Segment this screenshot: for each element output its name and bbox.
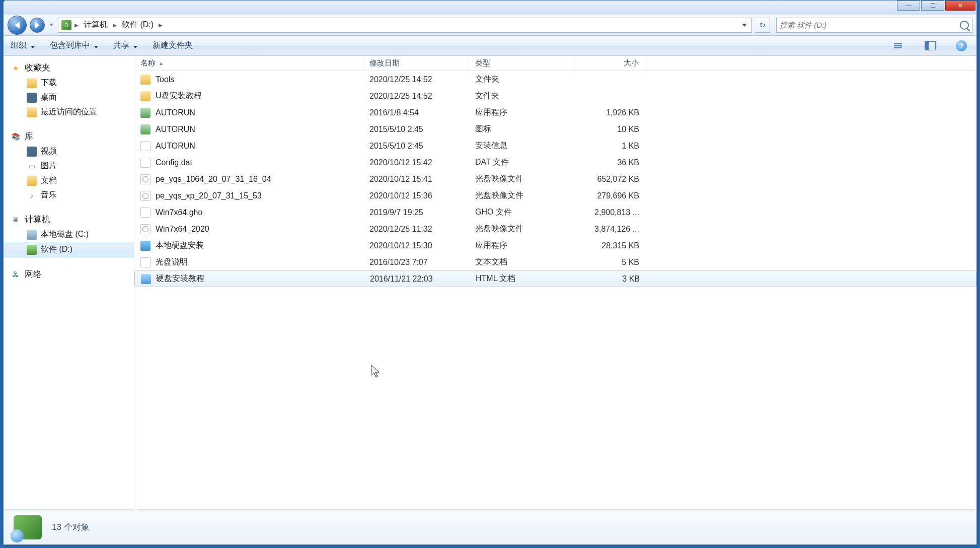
file-type: 光盘映像文件 — [469, 224, 575, 234]
file-name: 光盘说明 — [156, 257, 188, 267]
file-row[interactable]: AUTORUN2016/1/8 4:54应用程序1,926 KB — [134, 104, 976, 121]
file-size: 28,315 KB — [575, 241, 645, 250]
sidebar-item-documents[interactable]: 文档 — [4, 173, 134, 188]
file-date: 2015/5/10 2:45 — [363, 125, 469, 134]
sidebar-network-header[interactable]: 🖧网络 — [4, 266, 134, 282]
file-row[interactable]: 硬盘安装教程2016/11/21 22:03HTML 文档3 KB — [134, 270, 976, 287]
address-dropdown[interactable] — [738, 18, 750, 32]
video-icon — [27, 147, 37, 157]
file-date: 2020/10/12 15:42 — [363, 158, 469, 167]
sort-indicator-icon: ▲ — [159, 60, 164, 66]
sidebar-favorites-header[interactable]: ★收藏夹 — [4, 60, 134, 76]
sidebar-item-drive-d[interactable]: 软件 (D:) — [4, 242, 134, 257]
drive-status-icon — [14, 515, 42, 539]
organize-menu[interactable]: 组织 — [10, 38, 36, 53]
file-row[interactable]: AUTORUN2015/5/10 2:45安装信息1 KB — [134, 138, 976, 154]
view-mode-button[interactable] — [890, 39, 908, 53]
maximize-button[interactable]: ☐ — [921, 1, 944, 11]
file-date: 2020/10/12 15:41 — [363, 175, 469, 184]
file-icon — [140, 224, 150, 234]
close-button[interactable]: ✕ — [945, 1, 975, 11]
monitor-icon — [27, 93, 37, 103]
address-bar[interactable]: D ▸ 计算机 ▸ 软件 (D:) ▸ — [58, 18, 752, 33]
file-date: 2016/11/21 22:03 — [364, 275, 470, 284]
file-size: 10 KB — [575, 125, 645, 134]
refresh-button[interactable]: ↻ — [755, 18, 770, 33]
window-controls: — ☐ ✕ — [897, 1, 975, 11]
file-row[interactable]: U盘安装教程2020/12/25 14:52文件夹 — [134, 88, 976, 104]
file-name: AUTORUN — [156, 142, 195, 151]
drive-icon: D — [61, 20, 71, 30]
share-menu[interactable]: 共享 — [112, 38, 138, 53]
sidebar-item-desktop[interactable]: 桌面 — [4, 90, 134, 105]
computer-group: 🖥计算机 本地磁盘 (C:) 软件 (D:) — [4, 212, 134, 257]
column-header-name[interactable]: 名称▲ — [134, 56, 363, 71]
sidebar-item-downloads[interactable]: 下载 — [4, 76, 134, 90]
search-box[interactable] — [776, 18, 972, 33]
computer-icon: 🖥 — [11, 215, 21, 225]
new-folder-button[interactable]: 新建文件夹 — [152, 38, 194, 53]
computer-label: 计算机 — [25, 214, 50, 225]
column-header-type[interactable]: 类型 — [469, 56, 575, 71]
network-icon: 🖧 — [11, 269, 21, 280]
help-button[interactable]: ? — [952, 39, 970, 53]
sidebar-item-drive-c[interactable]: 本地磁盘 (C:) — [4, 227, 134, 242]
minimize-button[interactable]: — — [897, 1, 920, 11]
file-date: 2019/9/7 19:25 — [363, 208, 469, 217]
status-text: 13 个对象 — [52, 521, 90, 533]
file-name: U盘安装教程 — [156, 91, 202, 101]
file-row[interactable]: Win7x64.gho2019/9/7 19:25GHO 文件2,900,813… — [134, 204, 976, 221]
file-type: 图标 — [469, 124, 575, 134]
file-icon — [140, 108, 150, 118]
file-icon — [140, 91, 150, 101]
sidebar-computer-header[interactable]: 🖥计算机 — [4, 212, 134, 227]
file-name: pe_yqs_1064_20_07_31_16_04 — [156, 175, 271, 184]
include-library-menu[interactable]: 包含到库中 — [49, 38, 99, 53]
network-group: 🖧网络 — [4, 266, 134, 282]
search-icon — [960, 21, 969, 30]
file-row[interactable]: pe_yqs_1064_20_07_31_16_042020/10/12 15:… — [134, 171, 976, 187]
file-type: 文件夹 — [469, 91, 575, 101]
file-type: 应用程序 — [469, 240, 575, 251]
breadcrumb-sep: ▸ — [112, 20, 118, 30]
sidebar-item-videos[interactable]: 视频 — [4, 144, 134, 159]
file-row[interactable]: 本地硬盘安装2020/10/12 15:30应用程序28,315 KB — [134, 237, 976, 254]
file-row[interactable]: 光盘说明2016/10/23 7:07文本文档5 KB — [134, 254, 976, 270]
status-bar: 13 个对象 — [4, 509, 976, 544]
breadcrumb-computer[interactable]: 计算机 — [80, 18, 112, 32]
forward-button[interactable] — [30, 18, 45, 33]
file-list[interactable]: Tools2020/12/25 14:52文件夹U盘安装教程2020/12/25… — [134, 71, 976, 509]
file-icon — [140, 191, 150, 201]
sidebar-item-recent[interactable]: 最近访问的位置 — [4, 105, 134, 119]
preview-pane-button[interactable] — [921, 39, 939, 53]
libraries-label: 库 — [25, 130, 33, 142]
favorites-label: 收藏夹 — [25, 62, 50, 74]
navigation-bar: D ▸ 计算机 ▸ 软件 (D:) ▸ ↻ — [4, 15, 976, 36]
file-row[interactable]: Tools2020/12/25 14:52文件夹 — [134, 71, 976, 88]
file-name: Win7x64_2020 — [156, 225, 209, 234]
list-view-icon — [894, 43, 902, 48]
sidebar-item-music[interactable]: ♪音乐 — [4, 188, 134, 202]
file-size: 3 KB — [575, 275, 646, 284]
drive-icon — [27, 230, 37, 240]
file-date: 2020/12/25 14:52 — [363, 75, 469, 84]
file-row[interactable]: Config.dat2020/10/12 15:42DAT 文件36 KB — [134, 154, 976, 171]
file-row[interactable]: pe_yqs_xp_20_07_31_15_532020/10/12 15:36… — [134, 187, 976, 204]
file-row[interactable]: AUTORUN2015/5/10 2:45图标10 KB — [134, 121, 976, 138]
sidebar-libraries-header[interactable]: 📚库 — [4, 128, 134, 144]
network-label: 网络 — [25, 268, 42, 280]
file-row[interactable]: Win7x64_20202020/12/25 11:32光盘映像文件3,874,… — [134, 221, 976, 237]
folder-icon — [27, 107, 37, 117]
column-header-size[interactable]: 大小 — [575, 56, 645, 71]
search-input[interactable] — [780, 21, 960, 29]
folder-icon — [27, 78, 37, 88]
file-size: 652,072 KB — [575, 175, 645, 184]
history-dropdown[interactable] — [48, 18, 55, 33]
breadcrumb-drive[interactable]: 软件 (D:) — [118, 18, 158, 32]
file-name: AUTORUN — [156, 108, 195, 117]
sidebar-item-pictures[interactable]: ▭图片 — [4, 159, 134, 173]
breadcrumb-sep: ▸ — [158, 20, 164, 30]
back-button[interactable] — [8, 16, 27, 35]
file-icon — [140, 75, 150, 85]
column-header-date[interactable]: 修改日期 — [363, 56, 469, 71]
